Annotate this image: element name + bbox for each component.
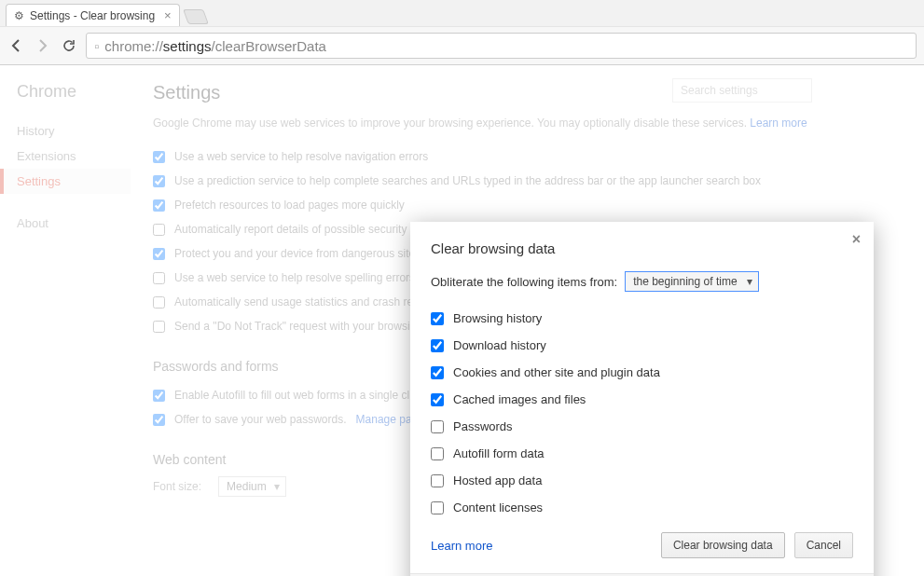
dialog-close-button[interactable]: × — [852, 231, 861, 248]
dialog-checkbox[interactable] — [431, 474, 444, 487]
obliterate-row: Obliterate the following items from: the… — [431, 271, 853, 292]
pw-check-label: Offer to save your web passwords. — [174, 413, 347, 426]
privacy-checkbox[interactable] — [153, 272, 165, 284]
font-size-select[interactable]: Medium — [218, 476, 286, 497]
tab-bar: ⚙ Settings - Clear browsing × — [0, 0, 924, 26]
font-size-label: Font size: — [153, 480, 201, 493]
dialog-check-label: Autofill form data — [453, 446, 545, 460]
dialog-title: Clear browsing data — [431, 240, 853, 256]
dialog-checkbox[interactable] — [431, 366, 444, 379]
url-path: /clearBrowserData — [212, 38, 326, 54]
reload-button[interactable] — [60, 36, 78, 55]
dialog-checkbox[interactable] — [431, 420, 444, 433]
content-area: Chrome HistoryExtensionsSettingsAbout Se… — [0, 65, 924, 576]
sidebar-item-extensions[interactable]: Extensions — [17, 144, 131, 169]
learn-more-link[interactable]: Learn more — [750, 117, 807, 130]
privacy-checkbox[interactable] — [153, 321, 165, 333]
dialog-check-label: Cookies and other site and plugin data — [453, 365, 660, 379]
url-host: settings — [163, 38, 212, 54]
dialog-checkbox[interactable] — [431, 393, 444, 406]
sidebar-item-about[interactable]: About — [17, 211, 131, 236]
dialog-learn-more-link[interactable]: Learn more — [431, 539, 492, 553]
sidebar: Chrome HistoryExtensionsSettingsAbout — [0, 65, 131, 576]
dialog-checkbox[interactable] — [431, 501, 444, 514]
obliterate-label: Obliterate the following items from: — [431, 275, 617, 289]
dialog-check-row[interactable]: Autofill form data — [431, 440, 853, 467]
dialog-check-row[interactable]: Download history — [431, 332, 853, 359]
pw-check-label: Enable Autofill to fill out web forms in… — [174, 389, 426, 402]
privacy-check-label: Use a web service to help resolve naviga… — [174, 150, 428, 163]
brand-title: Chrome — [17, 82, 131, 102]
privacy-checkbox[interactable] — [153, 199, 165, 212]
dialog-checkbox[interactable] — [431, 447, 444, 460]
dialog-check-row[interactable]: Cached images and files — [431, 386, 853, 413]
dialog-check-row[interactable]: Cookies and other site and plugin data — [431, 359, 853, 386]
dialog-checkbox[interactable] — [431, 339, 444, 352]
forward-button[interactable] — [34, 36, 52, 55]
privacy-check-label: Use a prediction service to help complet… — [174, 174, 761, 187]
privacy-check-label: Protect you and your device from dangero… — [174, 247, 421, 260]
privacy-check-label: Prefetch resources to load pages more qu… — [174, 199, 405, 212]
intro-text: Google Chrome may use web services to im… — [153, 115, 902, 131]
new-tab-button[interactable] — [183, 9, 209, 24]
dialog-check-label: Browsing history — [453, 311, 542, 325]
dialog-check-label: Hosted app data — [453, 473, 542, 487]
cancel-button[interactable]: Cancel — [794, 532, 853, 558]
dialog-check-label: Content licenses — [453, 501, 543, 514]
tab-title: Settings - Clear browsing — [30, 9, 155, 22]
dialog-check-label: Cached images and files — [453, 392, 586, 406]
privacy-check-row: Use a web service to help resolve naviga… — [153, 144, 902, 169]
search-settings-input[interactable]: Search settings — [672, 78, 812, 103]
dialog-check-label: Download history — [453, 338, 546, 352]
pw-checkbox[interactable] — [153, 390, 165, 402]
address-bar[interactable]: ▫ chrome://settings/clearBrowserData — [86, 33, 917, 59]
time-range-select[interactable]: the beginning of time — [625, 271, 758, 292]
gear-icon: ⚙ — [14, 9, 24, 22]
privacy-check-row: Use a prediction service to help complet… — [153, 169, 902, 193]
sidebar-item-history[interactable]: History — [17, 118, 131, 144]
pw-checkbox[interactable] — [153, 414, 165, 426]
privacy-check-label: Use a web service to help resolve spelli… — [174, 271, 415, 284]
dialog-check-row[interactable]: Passwords — [431, 413, 853, 440]
url-protocol: chrome:// — [104, 38, 163, 54]
clear-browsing-dialog: × Clear browsing data Obliterate the fol… — [410, 222, 874, 576]
dialog-check-row[interactable]: Browsing history — [431, 305, 853, 332]
browser-tab[interactable]: ⚙ Settings - Clear browsing × — [6, 4, 180, 26]
page-icon: ▫ — [94, 38, 99, 54]
close-icon[interactable]: × — [164, 8, 172, 22]
privacy-checkbox[interactable] — [153, 151, 165, 163]
dialog-check-label: Passwords — [453, 419, 513, 433]
dialog-checkbox[interactable] — [431, 312, 444, 325]
sidebar-item-settings[interactable]: Settings — [0, 169, 131, 194]
browser-chrome: ⚙ Settings - Clear browsing × ▫ chrome:/… — [0, 0, 924, 65]
privacy-check-row: Prefetch resources to load pages more qu… — [153, 193, 902, 217]
privacy-checkbox[interactable] — [153, 248, 165, 260]
privacy-checkbox[interactable] — [153, 224, 165, 236]
back-button[interactable] — [7, 36, 26, 55]
clear-browsing-data-button[interactable]: Clear browsing data — [661, 532, 785, 558]
dialog-check-row[interactable]: Hosted app data — [431, 467, 853, 494]
privacy-checkbox[interactable] — [153, 175, 165, 187]
dialog-check-row[interactable]: Content licenses — [431, 494, 853, 521]
toolbar: ▫ chrome://settings/clearBrowserData — [0, 26, 924, 64]
privacy-checkbox[interactable] — [153, 296, 165, 309]
